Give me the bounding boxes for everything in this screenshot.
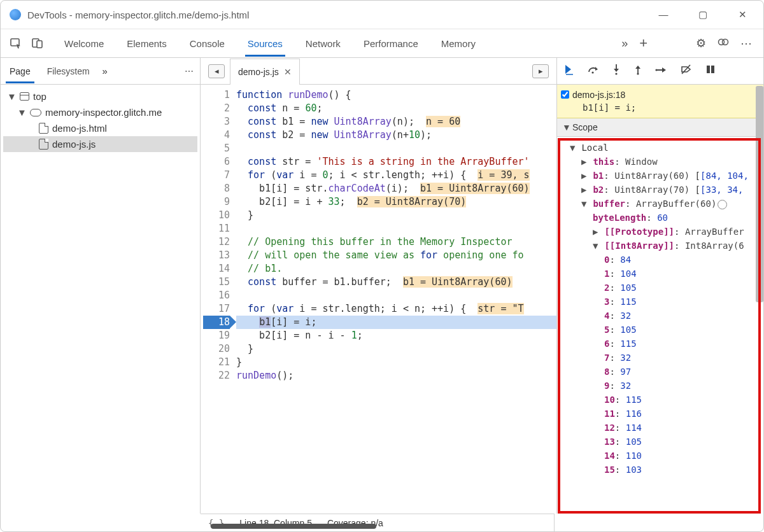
svg-line-13 [682,65,690,74]
device-toggle-icon[interactable] [29,34,46,52]
tree-top-frame[interactable]: ▼ top [3,88,197,104]
deactivate-breakpoints-button[interactable] [681,64,692,78]
tree-file-js[interactable]: demo-js.js [3,136,197,152]
navigator-more-tabs-icon[interactable]: » [103,66,108,76]
maximize-button[interactable]: ▢ [692,9,714,20]
navigator-pane: Page Filesystem » ⋯ ▼ top ▼ memory-inspe… [1,58,201,514]
settings-icon[interactable]: ⚙ [696,36,706,50]
memory-inspector-icon [718,200,727,209]
horizontal-scrollbar[interactable] [211,524,376,529]
pause-exceptions-button[interactable] [705,64,716,78]
svg-point-12 [655,69,657,71]
debugger-controls [557,58,763,85]
scope-section-header[interactable]: ▼Scope [557,118,763,137]
editor-tab-demo-js[interactable]: demo-js.js ✕ [230,59,300,85]
kebab-menu-icon[interactable]: ⋯ [740,36,753,50]
svg-rect-2 [37,41,42,48]
issues-icon[interactable] [718,36,729,51]
debugger-pane: demo-js.js:18 b1[i] = i; ▼Scope ▼ Local▶… [557,58,763,514]
resume-button[interactable] [563,64,575,78]
svg-point-10 [637,73,639,74]
svg-rect-14 [707,66,710,73]
tab-network[interactable]: Network [303,31,343,57]
cloud-icon [30,109,41,116]
devtools-toolbar: Welcome Elements Console Sources Network… [1,29,763,58]
step-over-button[interactable] [588,64,599,78]
frame-icon [20,92,29,101]
breakpoint-checkbox[interactable] [561,90,569,99]
breakpoint-entry[interactable]: demo-js.js:18 b1[i] = i; [557,85,763,118]
tab-sources[interactable]: Sources [245,31,285,57]
tab-console[interactable]: Console [187,31,227,57]
app-icon [10,9,21,20]
tab-memory[interactable]: Memory [439,31,478,57]
code-editor[interactable]: function runDemo() { const n = 60; const… [236,85,556,514]
line-gutter[interactable]: 12345678910111213141516171819202122 [201,85,236,514]
file-tree: ▼ top ▼ memory-inspector.glitch.me demo-… [1,85,200,156]
tree-domain[interactable]: ▼ memory-inspector.glitch.me [3,104,197,120]
scope-variables[interactable]: ▼ Local▶ this: Window▶ b1: Uint8Array(60… [557,137,763,514]
toggle-navigator-button[interactable]: ◂ [208,64,225,78]
inspect-icon[interactable] [7,34,25,52]
close-tab-icon[interactable]: ✕ [284,67,292,77]
svg-rect-15 [711,66,714,73]
new-tab-icon[interactable]: + [639,35,647,52]
svg-point-4 [723,39,728,45]
window-titlebar: DevTools - memory-inspector.glitch.me/de… [1,1,763,29]
panel-tabs: Welcome Elements Console Sources Network… [62,31,618,57]
step-out-button[interactable] [633,64,642,78]
more-tabs-icon[interactable]: » [621,37,628,50]
window-title: DevTools - memory-inspector.glitch.me/de… [27,10,653,20]
step-button[interactable] [655,65,668,78]
tab-performance[interactable]: Performance [361,31,421,57]
tree-file-html[interactable]: demo-js.html [3,120,197,136]
file-icon [39,139,48,150]
file-icon [39,123,48,134]
close-button[interactable]: ✕ [732,9,753,20]
step-into-button[interactable] [612,64,621,78]
svg-point-6 [591,71,593,73]
tab-elements[interactable]: Elements [124,31,169,57]
navigator-kebab-icon[interactable]: ⋯ [185,66,195,76]
tab-welcome[interactable]: Welcome [62,31,106,57]
window-controls: — ▢ ✕ [653,9,758,20]
toggle-debugger-button[interactable]: ▸ [532,64,549,78]
sources-panel: Page Filesystem » ⋯ ▼ top ▼ memory-inspe… [1,58,763,514]
navigator-tab-page[interactable]: Page [6,59,34,83]
vertical-scrollbar[interactable] [756,86,763,302]
editor-pane: ◂ demo-js.js ✕ ▸ 12345678910111213141516… [201,58,557,514]
navigator-tab-filesystem[interactable]: Filesystem [43,59,94,83]
minimize-button[interactable]: — [653,9,674,20]
svg-point-8 [615,73,617,74]
